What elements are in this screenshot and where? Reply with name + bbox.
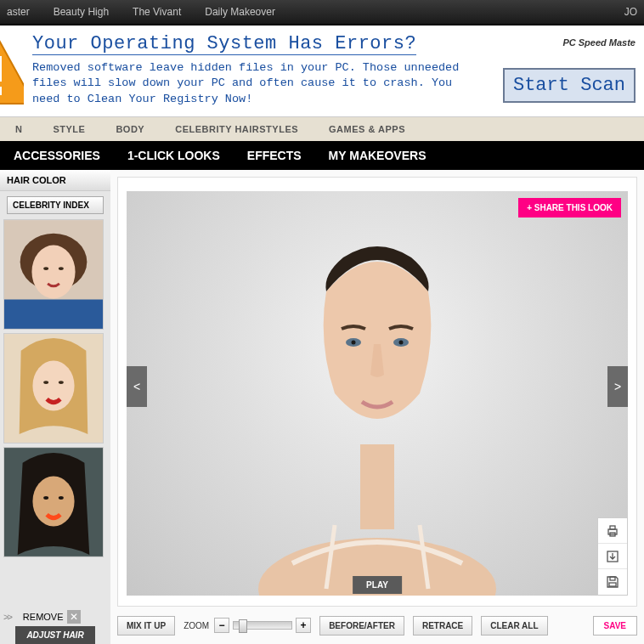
celebrity-thumbnail[interactable] <box>3 447 104 557</box>
svg-point-16 <box>59 496 64 500</box>
bottom-toolbar: MIX IT UP ZOOM − + BEFORE/AFTER RETRACE … <box>117 613 637 637</box>
save-button[interactable]: SAVE <box>593 616 638 636</box>
ad-brand: PC Speed Maste <box>562 37 636 48</box>
svg-rect-27 <box>610 577 615 580</box>
svg-point-22 <box>399 341 404 345</box>
svg-rect-18 <box>360 444 394 529</box>
ad-body: Removed software leave hidden files in y… <box>32 60 474 107</box>
share-look-button[interactable]: + SHARE THIS LOOK <box>518 198 621 217</box>
canvas-container: + SHARE THIS LOOK < > PLAY <box>117 177 637 607</box>
download-icon[interactable] <box>598 544 627 569</box>
svg-rect-8 <box>4 299 103 328</box>
nav2-item[interactable]: ACCESSORIES <box>0 149 114 162</box>
svg-point-5 <box>31 246 75 299</box>
nav2-item[interactable]: 1-CLICK LOOKS <box>114 149 234 162</box>
svg-rect-2 <box>0 87 2 95</box>
before-after-button[interactable]: BEFORE/AFTER <box>319 616 404 636</box>
svg-point-11 <box>43 381 48 384</box>
warning-icon <box>0 36 24 105</box>
play-button[interactable]: PLAY <box>353 576 402 594</box>
svg-rect-1 <box>0 56 2 82</box>
adjust-hair-button[interactable]: ADJUST HAIR <box>15 626 95 644</box>
model-canvas[interactable] <box>127 191 628 596</box>
nav1-item[interactable]: BODY <box>100 124 160 134</box>
svg-point-7 <box>59 267 64 270</box>
nav2-item[interactable]: EFFECTS <box>234 149 315 162</box>
model-illustration <box>241 223 513 596</box>
print-icon[interactable] <box>598 518 627 544</box>
nav1-item[interactable]: CELEBRITY HAIRSTYLES <box>160 124 314 134</box>
nav-primary: N STYLE BODY CELEBRITY HAIRSTYLES GAMES … <box>0 117 644 141</box>
celebrity-thumbnail[interactable] <box>3 333 104 443</box>
svg-rect-28 <box>609 583 616 586</box>
svg-point-12 <box>59 381 64 384</box>
mix-it-up-button[interactable]: MIX IT UP <box>117 616 175 636</box>
celebrity-thumbnail[interactable] <box>3 219 104 330</box>
nav2-item[interactable]: MY MAKEOVERS <box>315 149 440 162</box>
sidebar: HAIR COLOR CELEBRITY INDEX >> REMOVE ✕ A… <box>0 170 110 644</box>
nav-secondary: ACCESSORIES 1-CLICK LOOKS EFFECTS MY MAK… <box>0 141 644 170</box>
zoom-label: ZOOM <box>184 621 209 630</box>
top-link[interactable]: aster <box>7 6 30 18</box>
top-site-bar: aster Beauty High The Vivant Daily Makeo… <box>0 0 644 25</box>
nav1-item[interactable]: N <box>0 124 37 134</box>
zoom-in-button[interactable]: + <box>296 618 311 633</box>
vertical-toolbar <box>597 517 628 596</box>
remove-button[interactable]: ✕ <box>67 610 81 624</box>
remove-label: REMOVE <box>23 612 64 622</box>
next-button[interactable]: > <box>607 366 628 407</box>
start-scan-button[interactable]: Start Scan <box>503 68 636 103</box>
zoom-out-button[interactable]: − <box>214 618 229 633</box>
top-link[interactable]: Beauty High <box>54 6 109 18</box>
top-link[interactable]: Daily Makeover <box>205 6 275 18</box>
celebrity-index-button[interactable]: CELEBRITY INDEX <box>7 196 104 214</box>
prev-button[interactable]: < <box>127 366 147 407</box>
save-disk-icon[interactable] <box>598 569 627 595</box>
svg-point-6 <box>43 267 48 270</box>
sidebar-title: HAIR COLOR <box>0 170 110 191</box>
main-area: + SHARE THIS LOOK < > PLAY MIX IT UP ZOO… <box>110 170 644 644</box>
svg-marker-0 <box>0 37 24 104</box>
nav1-item[interactable]: STYLE <box>37 124 100 134</box>
remove-row: >> REMOVE ✕ <box>0 607 110 624</box>
svg-rect-24 <box>610 526 615 529</box>
arrows-icon: >> <box>3 612 11 622</box>
zoom-slider-thumb[interactable] <box>239 619 247 633</box>
top-link[interactable]: The Vivant <box>133 6 181 18</box>
clear-all-button[interactable]: CLEAR ALL <box>481 616 547 636</box>
ad-title: Your Operating System Has Errors? <box>32 33 416 55</box>
ad-banner: Your Operating System Has Errors? Remove… <box>0 25 644 117</box>
top-right-text[interactable]: JO <box>624 6 637 18</box>
zoom-slider[interactable] <box>233 621 292 630</box>
svg-point-15 <box>43 496 48 500</box>
nav1-item[interactable]: GAMES & APPS <box>314 124 421 134</box>
svg-point-21 <box>352 341 356 345</box>
retrace-button[interactable]: RETRACE <box>413 616 472 636</box>
